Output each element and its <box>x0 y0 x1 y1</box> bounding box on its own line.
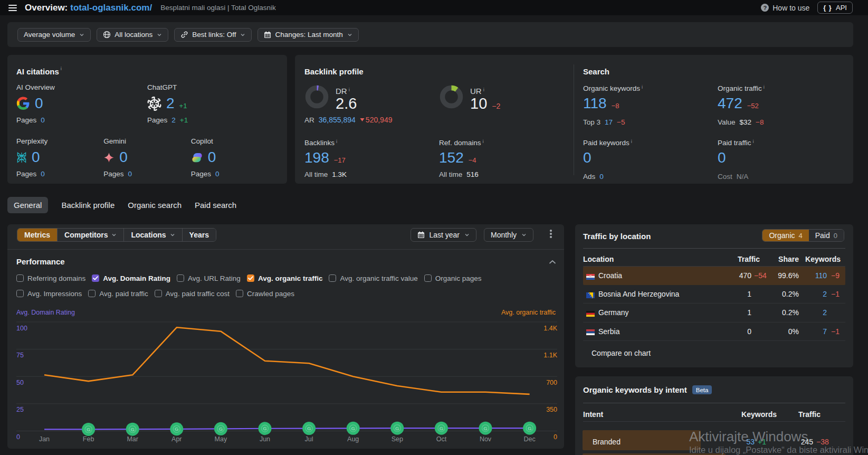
top3-row: Top 3 17 −5 <box>583 118 625 126</box>
paid-keywords-label: Paid keywordsi <box>583 139 632 147</box>
checkbox-avg-organic-traffic[interactable]: Avg. organic traffic <box>247 273 323 283</box>
segment-years[interactable]: Years <box>183 229 216 241</box>
location-name: Germany <box>598 308 629 317</box>
filter-button-all-locations[interactable]: All locations <box>97 28 168 42</box>
organic-keywords-value[interactable]: 118 <box>583 95 607 112</box>
ai-card-value[interactable]: 0 <box>32 149 40 166</box>
collapse-section-button[interactable] <box>549 257 556 267</box>
ai-card-value[interactable]: 0 <box>208 149 216 166</box>
segment-metrics[interactable]: Metrics <box>17 229 58 241</box>
tab-paid-search[interactable]: Paid search <box>195 197 236 213</box>
google-update-marker[interactable]: G <box>170 422 183 435</box>
col-location[interactable]: Location <box>583 255 614 263</box>
checkbox-avg-url-rating[interactable]: Avg. URL Rating <box>177 273 241 283</box>
how-to-use-link[interactable]: ? How to use <box>761 4 809 12</box>
checkbox-organic-pages[interactable]: Organic pages <box>424 273 482 283</box>
filter-button-changes-last-month[interactable]: Changes: Last month <box>257 28 358 42</box>
segment-locations[interactable]: Locations <box>124 229 182 241</box>
svg-text:G: G <box>219 426 223 432</box>
location-row-ba[interactable]: Bosnia And Herzegovina10.2%2−1 <box>583 285 845 304</box>
checkbox-avg-domain-rating[interactable]: Avg. Domain Rating <box>92 273 170 283</box>
checkbox-avg-organic-traffic-value[interactable]: Avg. organic traffic value <box>329 273 417 283</box>
google-update-marker[interactable]: G <box>479 422 492 435</box>
info-icon[interactable]: i <box>483 138 484 144</box>
filter-button-best-links-off[interactable]: Best links: Off <box>174 28 252 42</box>
google-update-marker[interactable]: G <box>390 422 404 435</box>
x-axis-month-label: May <box>215 435 227 443</box>
info-icon[interactable]: i <box>642 84 643 90</box>
api-button[interactable]: { } API <box>817 2 853 14</box>
paid-keywords-value[interactable]: 0 <box>583 149 592 166</box>
ai-citations-panel: AI citationsi AI Overview0Pages0ChatGPT2… <box>7 55 287 184</box>
traffic-by-location-panel: Traffic by location Organic 4 Paid 0 Loc… <box>575 224 853 367</box>
granularity-button[interactable]: Monthly <box>484 228 533 242</box>
tab-backlink-profile[interactable]: Backlink profile <box>61 197 115 213</box>
google-update-marker[interactable]: G <box>214 422 227 435</box>
checkbox-label: Avg. paid traffic <box>99 290 148 298</box>
location-share: 99.6% <box>767 271 799 280</box>
date-range-button[interactable]: Last year <box>411 228 476 242</box>
info-icon[interactable]: i <box>61 65 62 71</box>
segment-competitors[interactable]: Competitors <box>58 229 124 241</box>
toggle-organic[interactable]: Organic 4 <box>762 230 808 241</box>
filter-button-average-volume[interactable]: Average volume <box>17 28 91 42</box>
info-icon[interactable]: i <box>349 87 350 92</box>
info-icon[interactable]: i <box>631 138 632 144</box>
info-icon[interactable]: i <box>764 84 765 90</box>
google-update-marker[interactable]: G <box>302 422 316 435</box>
info-icon[interactable]: i <box>483 87 484 92</box>
dr-value: 2.6 <box>336 95 357 112</box>
kebab-menu-icon[interactable] <box>547 230 555 240</box>
checkbox-avg-paid-traffic[interactable]: Avg. paid traffic <box>88 288 148 299</box>
location-row-de[interactable]: Germany10.2%2 <box>583 304 845 322</box>
col-traffic[interactable]: Traffic <box>784 410 821 419</box>
checkbox-box <box>329 274 336 282</box>
col-keywords[interactable]: Keywords <box>798 255 841 263</box>
windows-activation-watermark-line1: Aktivirajte Windows <box>689 429 808 445</box>
col-keywords[interactable]: Keywords <box>729 410 777 419</box>
google-update-marker[interactable]: G <box>259 422 272 435</box>
ar-change: 520,949 <box>360 116 393 124</box>
ref-domains-value[interactable]: 152 <box>439 149 464 166</box>
location-row-rs[interactable]: Serbia00%7−1 <box>583 323 845 341</box>
col-share[interactable]: Share <box>767 255 799 263</box>
ai-card-value[interactable]: 0 <box>119 149 128 166</box>
left-axis-tick: 100 <box>16 325 27 332</box>
location-row-hr[interactable]: Croatia470−5499.6%110−9 <box>583 267 845 285</box>
globe-icon <box>103 31 111 39</box>
checkbox-avg-impressions[interactable]: Avg. Impressions <box>16 288 82 299</box>
toggle-paid[interactable]: Paid 0 <box>809 230 844 241</box>
tab-organic-search[interactable]: Organic search <box>128 197 182 213</box>
domain-link[interactable]: total-oglasnik.com/ <box>70 3 152 13</box>
x-axis-month-label: Apr <box>171 435 182 443</box>
checkbox-referring-domains[interactable]: Referring domains <box>16 273 85 283</box>
google-update-marker[interactable]: G <box>126 423 139 436</box>
google-update-marker[interactable]: G <box>435 422 448 435</box>
ur-donut-chart <box>439 84 464 109</box>
ar-value[interactable]: 36,855,894 <box>319 116 356 124</box>
tab-general[interactable]: General <box>7 197 48 213</box>
location-keywords: 2 <box>800 308 827 317</box>
check-icon <box>248 276 253 280</box>
hamburger-menu-icon[interactable] <box>8 5 17 11</box>
google-update-marker[interactable]: G <box>347 422 360 435</box>
google-update-marker[interactable]: G <box>82 423 95 436</box>
traffic-by-location-title: Traffic by location <box>583 232 651 241</box>
svg-text:G: G <box>175 426 178 432</box>
col-traffic[interactable]: Traffic <box>697 255 760 263</box>
checkbox-label: Referring domains <box>27 274 85 282</box>
compare-on-chart-link[interactable]: Compare on chart <box>592 349 651 357</box>
info-icon[interactable]: i <box>336 138 337 144</box>
backlinks-value[interactable]: 198 <box>304 149 329 166</box>
ai-card-value[interactable]: 2 <box>166 95 175 112</box>
google-update-marker[interactable]: G <box>523 422 536 435</box>
ai-card-value[interactable]: 0 <box>35 95 43 112</box>
organic-traffic-value[interactable]: 472 <box>718 95 742 112</box>
col-intent[interactable]: Intent <box>583 410 603 419</box>
info-icon[interactable]: i <box>753 138 754 144</box>
performance-line-chart[interactable]: 025507510003507001.1K1.4KJanFebMarAprMay… <box>7 317 564 449</box>
paid-traffic-value[interactable]: 0 <box>718 149 726 166</box>
location-keywords-change: −1 <box>831 290 841 298</box>
checkbox-crawled-pages[interactable]: Crawled pages <box>236 288 294 299</box>
checkbox-avg-paid-traffic-cost[interactable]: Avg. paid traffic cost <box>155 288 230 299</box>
